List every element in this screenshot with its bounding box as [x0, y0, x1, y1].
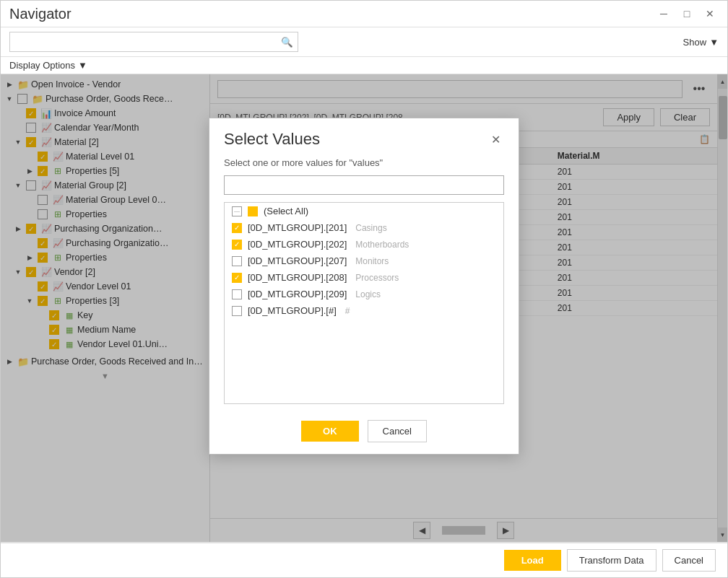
modal-list-item[interactable]: [0D_MTLGROUP].[#]# [225, 302, 503, 319]
modal-subtitle: Select one or more values for "values" [209, 154, 519, 175]
modal-item-checkbox[interactable] [232, 306, 242, 316]
modal-item-sublabel: Processors [355, 273, 399, 283]
modal-item-label: [0D_MTLGROUP].[209] [248, 289, 347, 299]
modal-item-sublabel: Casings [355, 223, 386, 233]
modal-search-input[interactable] [224, 175, 504, 195]
cancel-button-bottom[interactable]: Cancel [662, 549, 716, 572]
modal-header: Select Values ✕ [209, 118, 519, 154]
modal-close-button[interactable]: ✕ [487, 131, 504, 148]
app-title: Navigator [9, 6, 72, 22]
modal-item-label: [0D_MTLGROUP].[201] [248, 222, 347, 233]
modal-item-checkbox[interactable] [232, 206, 242, 216]
bottom-bar: Load Transform Data Cancel [1, 542, 727, 577]
modal-list-item[interactable]: [0D_MTLGROUP].[202]Motherboards [225, 236, 503, 253]
modal-overlay: Select Values ✕ Select one or more value… [1, 74, 727, 542]
modal-cancel-button[interactable]: Cancel [368, 420, 427, 442]
display-options-bar: Display Options ▼ [1, 57, 727, 74]
modal-list-item[interactable]: [0D_MTLGROUP].[201]Casings [225, 219, 503, 236]
modal-list[interactable]: (Select All)[0D_MTLGROUP].[201]Casings[0… [224, 202, 504, 404]
show-chevron-icon: ▼ [709, 37, 719, 48]
select-values-modal: Select Values ✕ Select one or more value… [209, 118, 519, 455]
title-controls: ─ □ ✕ [655, 5, 719, 22]
app-window: Navigator ─ □ ✕ 🔍 Show ▼ Display Options… [0, 0, 728, 578]
modal-item-sublabel: Motherboards [355, 240, 409, 250]
modal-item-label: [0D_MTLGROUP].[208] [248, 272, 347, 283]
close-button[interactable]: ✕ [701, 5, 719, 22]
ok-button[interactable]: OK [301, 421, 359, 442]
load-button[interactable]: Load [504, 550, 561, 571]
title-bar: Navigator ─ □ ✕ [1, 1, 727, 27]
modal-item-checkbox[interactable] [232, 223, 242, 233]
search-bar-container: 🔍 [9, 32, 298, 52]
search-toolbar: 🔍 Show ▼ [1, 27, 727, 57]
modal-item-checkbox[interactable] [232, 240, 242, 250]
modal-list-item[interactable]: [0D_MTLGROUP].[209]Logics [225, 286, 503, 302]
modal-item-label: (Select All) [264, 206, 308, 216]
transform-data-button[interactable]: Transform Data [567, 549, 656, 572]
minimize-button[interactable]: ─ [655, 5, 672, 22]
modal-footer: OK Cancel [209, 411, 519, 454]
modal-item-sublabel: Monitors [355, 256, 389, 266]
main-content: ▶ 📁 Open Invoice - Vendor ▼ 📁 Purchase O… [1, 74, 727, 542]
modal-list-item[interactable]: (Select All) [225, 203, 503, 219]
modal-item-label: [0D_MTLGROUP].[202] [248, 239, 347, 250]
display-options-label: Display Options [9, 60, 75, 71]
modal-list-item[interactable]: [0D_MTLGROUP].[207]Monitors [225, 253, 503, 269]
modal-item-label: [0D_MTLGROUP].[207] [248, 255, 347, 266]
modal-list-item[interactable]: [0D_MTLGROUP].[208]Processors [225, 269, 503, 286]
search-input[interactable] [10, 34, 276, 51]
display-options-button[interactable]: Display Options ▼ [9, 60, 87, 71]
show-label: Show [683, 37, 707, 48]
search-button[interactable]: 🔍 [276, 32, 298, 51]
modal-title: Select Values [224, 130, 320, 149]
modal-item-sublabel: Logics [355, 289, 381, 299]
modal-item-checkbox[interactable] [232, 256, 242, 266]
show-button[interactable]: Show ▼ [683, 37, 719, 48]
select-all-square-icon [248, 206, 258, 216]
modal-item-label: [0D_MTLGROUP].[#] [248, 305, 337, 316]
modal-item-checkbox[interactable] [232, 273, 242, 283]
maximize-button[interactable]: □ [678, 5, 696, 22]
display-options-chevron-icon: ▼ [78, 60, 87, 71]
modal-item-checkbox[interactable] [232, 289, 242, 299]
modal-item-sublabel: # [345, 306, 350, 316]
